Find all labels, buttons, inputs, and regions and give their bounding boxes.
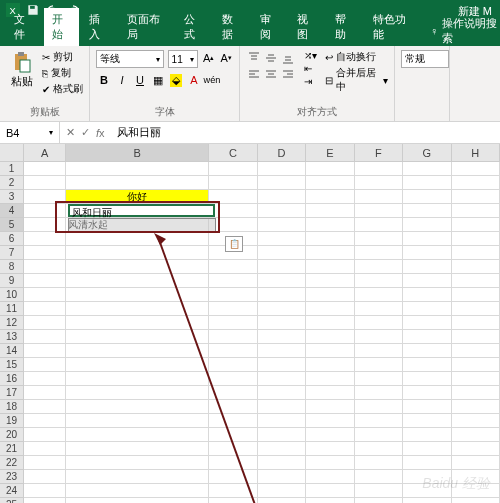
row-header[interactable]: 10 xyxy=(0,288,24,302)
align-center-button[interactable] xyxy=(263,67,279,83)
cell[interactable] xyxy=(306,386,354,400)
cell[interactable] xyxy=(66,246,209,260)
cell[interactable] xyxy=(452,232,500,246)
align-bottom-button[interactable] xyxy=(280,50,296,66)
cut-button[interactable]: ✂剪切 xyxy=(42,50,83,64)
cell[interactable] xyxy=(258,498,306,503)
wrap-text-button[interactable]: ↩自动换行 xyxy=(325,50,388,64)
cell[interactable] xyxy=(452,246,500,260)
row-header[interactable]: 13 xyxy=(0,330,24,344)
cell[interactable] xyxy=(452,274,500,288)
cell[interactable] xyxy=(258,330,306,344)
cell[interactable] xyxy=(66,176,209,190)
cell[interactable] xyxy=(66,330,209,344)
cell[interactable] xyxy=(24,358,66,372)
cell[interactable] xyxy=(24,190,66,204)
cell[interactable] xyxy=(355,470,403,484)
cell[interactable] xyxy=(258,442,306,456)
cell[interactable] xyxy=(403,260,451,274)
cell[interactable] xyxy=(452,442,500,456)
cell[interactable] xyxy=(403,246,451,260)
bold-button[interactable]: B xyxy=(96,72,112,88)
row-header[interactable]: 11 xyxy=(0,302,24,316)
cell[interactable] xyxy=(66,498,209,503)
cell[interactable] xyxy=(258,414,306,428)
cell[interactable] xyxy=(66,358,209,372)
align-left-button[interactable] xyxy=(246,67,262,83)
cell[interactable] xyxy=(66,232,209,246)
cell[interactable] xyxy=(403,274,451,288)
cell[interactable] xyxy=(258,358,306,372)
cell[interactable] xyxy=(306,260,354,274)
cell[interactable] xyxy=(306,358,354,372)
cell[interactable] xyxy=(355,484,403,498)
col-header-e[interactable]: E xyxy=(306,144,354,162)
cell[interactable] xyxy=(403,302,451,316)
cell[interactable] xyxy=(66,316,209,330)
cell[interactable] xyxy=(209,386,257,400)
row-header[interactable]: 23 xyxy=(0,470,24,484)
cell[interactable] xyxy=(355,330,403,344)
cell[interactable] xyxy=(258,484,306,498)
row-header[interactable]: 17 xyxy=(0,386,24,400)
cell[interactable] xyxy=(403,372,451,386)
cell[interactable] xyxy=(452,316,500,330)
phonetic-button[interactable]: wén xyxy=(204,72,220,88)
cell[interactable] xyxy=(209,260,257,274)
cell[interactable] xyxy=(306,274,354,288)
cell[interactable] xyxy=(306,204,354,218)
cell[interactable] xyxy=(209,176,257,190)
number-format-combo[interactable]: 常规 xyxy=(401,50,449,68)
indent-decrease-button[interactable]: ⇤ xyxy=(304,63,317,74)
cell[interactable] xyxy=(66,484,209,498)
cell[interactable] xyxy=(306,330,354,344)
cell[interactable] xyxy=(24,246,66,260)
cell[interactable] xyxy=(355,344,403,358)
row-header[interactable]: 18 xyxy=(0,400,24,414)
cell[interactable] xyxy=(355,358,403,372)
cell[interactable] xyxy=(258,288,306,302)
cell[interactable] xyxy=(355,218,403,232)
tab-formulas[interactable]: 公式 xyxy=(176,8,212,46)
cell[interactable] xyxy=(24,428,66,442)
cell[interactable] xyxy=(24,484,66,498)
row-header[interactable]: 15 xyxy=(0,358,24,372)
cell[interactable] xyxy=(258,400,306,414)
cancel-icon[interactable]: ✕ xyxy=(66,126,75,139)
align-right-button[interactable] xyxy=(280,67,296,83)
cell[interactable] xyxy=(306,162,354,176)
cell[interactable] xyxy=(66,414,209,428)
cell[interactable] xyxy=(403,400,451,414)
row-header[interactable]: 1 xyxy=(0,162,24,176)
col-header-g[interactable]: G xyxy=(403,144,451,162)
cell[interactable] xyxy=(306,344,354,358)
cell[interactable] xyxy=(66,344,209,358)
cell[interactable] xyxy=(355,246,403,260)
name-box[interactable]: B4▾ xyxy=(0,122,60,143)
cell[interactable] xyxy=(209,428,257,442)
cell[interactable] xyxy=(209,204,257,218)
align-top-button[interactable] xyxy=(246,50,262,66)
row-header[interactable]: 6 xyxy=(0,232,24,246)
cell[interactable] xyxy=(306,456,354,470)
col-header-d[interactable]: D xyxy=(258,144,306,162)
cell[interactable] xyxy=(209,218,257,232)
cell[interactable] xyxy=(258,260,306,274)
row-header[interactable]: 21 xyxy=(0,442,24,456)
cell[interactable] xyxy=(452,344,500,358)
cell[interactable]: 你好 xyxy=(66,190,209,204)
cell[interactable] xyxy=(24,316,66,330)
cell[interactable] xyxy=(403,316,451,330)
cell[interactable] xyxy=(209,372,257,386)
cell[interactable] xyxy=(306,498,354,503)
cell[interactable] xyxy=(66,470,209,484)
tab-layout[interactable]: 页面布局 xyxy=(119,8,174,46)
cell[interactable] xyxy=(355,316,403,330)
cell[interactable] xyxy=(355,288,403,302)
cell[interactable] xyxy=(306,190,354,204)
cell[interactable] xyxy=(306,400,354,414)
cell[interactable] xyxy=(66,372,209,386)
tab-insert[interactable]: 插入 xyxy=(81,8,117,46)
cell[interactable] xyxy=(24,162,66,176)
tab-view[interactable]: 视图 xyxy=(289,8,325,46)
